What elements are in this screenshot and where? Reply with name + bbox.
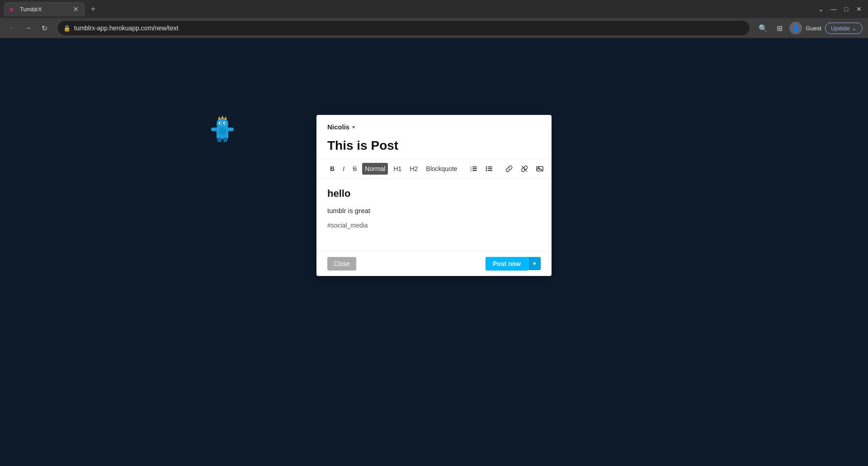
ordered-list-button[interactable]: 1. 2. 3.: [467, 163, 480, 175]
h2-button[interactable]: H2: [407, 163, 420, 175]
unordered-list-button[interactable]: [483, 163, 495, 175]
h1-button[interactable]: H1: [391, 163, 404, 175]
svg-rect-23: [488, 170, 492, 171]
browser-tab[interactable]: α TumblrX ✕: [4, 2, 85, 16]
post-body[interactable]: hello tumblr is great #social_media: [316, 179, 552, 251]
close-button[interactable]: Close: [327, 257, 356, 271]
modal-header: Nicolis ▾: [316, 115, 552, 136]
svg-rect-22: [488, 168, 492, 169]
svg-text:3.: 3.: [470, 169, 472, 172]
address-bar[interactable]: 🔒 tumblrx-app.herokuapp.com/new/text: [58, 21, 750, 35]
modal-footer: Close Post now ▾: [316, 251, 552, 276]
page-content: Nicolis ▾ This is Post B I S Normal H1 H…: [0, 38, 868, 466]
strikethrough-button[interactable]: S: [350, 163, 359, 175]
tab-favicon: α: [9, 5, 16, 13]
svg-marker-7: [218, 116, 221, 119]
window-controls: ⌄ — □ ✕: [816, 4, 864, 14]
browser-toolbar: ← → ↻ 🔒 tumblrx-app.herokuapp.com/new/te…: [0, 18, 868, 38]
svg-point-25: [486, 168, 487, 169]
link-button[interactable]: [503, 163, 515, 175]
grid-view-button[interactable]: ⊞: [773, 22, 786, 34]
browser-titlebar: α TumblrX ✕ + ⌄ — □ ✕: [0, 0, 868, 18]
post-modal: Nicolis ▾ This is Post B I S Normal H1 H…: [316, 115, 552, 276]
reload-button[interactable]: ↻: [38, 22, 51, 34]
lock-icon: 🔒: [63, 25, 71, 32]
media-button[interactable]: [549, 163, 552, 175]
svg-rect-12: [217, 138, 222, 142]
image-button[interactable]: [533, 163, 546, 175]
svg-marker-9: [224, 116, 227, 119]
post-now-group: Post now ▾: [486, 257, 541, 271]
normal-style-button[interactable]: Normal: [362, 163, 388, 175]
post-body-tag: #social_media: [327, 222, 541, 229]
svg-point-6: [225, 123, 226, 124]
svg-rect-17: [472, 170, 477, 171]
svg-marker-8: [221, 115, 224, 119]
post-body-heading: hello: [327, 188, 541, 200]
search-button[interactable]: 🔍: [757, 22, 769, 34]
tab-list-button[interactable]: ⌄: [816, 4, 826, 14]
svg-text:α: α: [9, 6, 13, 13]
svg-rect-21: [488, 166, 492, 167]
forward-button[interactable]: →: [22, 22, 34, 34]
profile-icon: 👤: [792, 24, 800, 32]
svg-point-5: [220, 123, 222, 124]
post-body-text: tumblr is great: [327, 207, 541, 214]
tab-close-button[interactable]: ✕: [71, 5, 80, 13]
profile-button[interactable]: 👤: [789, 22, 802, 34]
post-now-button[interactable]: Post now: [486, 257, 528, 271]
post-now-dropdown-button[interactable]: ▾: [528, 257, 541, 270]
italic-button[interactable]: I: [340, 163, 347, 175]
bold-button[interactable]: B: [327, 163, 337, 175]
svg-rect-11: [228, 128, 234, 131]
back-button[interactable]: ←: [5, 22, 18, 34]
svg-rect-10: [211, 128, 217, 131]
toolbar-right: 🔍 ⊞ 👤 Guest Update ⌄: [757, 22, 863, 34]
address-text: tumblrx-app.herokuapp.com/new/text: [74, 24, 178, 32]
new-tab-button[interactable]: +: [87, 3, 99, 15]
tab-title: TumblrX: [20, 6, 68, 13]
svg-rect-16: [472, 168, 477, 169]
svg-rect-15: [472, 166, 477, 167]
update-button[interactable]: Update ⌄: [825, 23, 863, 34]
unlink-button[interactable]: [518, 163, 531, 175]
formatting-toolbar: B I S Normal H1 H2 Blockquote 1. 2. 3.: [316, 159, 552, 179]
svg-rect-13: [223, 138, 227, 142]
close-window-button[interactable]: ✕: [854, 4, 864, 14]
minimize-button[interactable]: —: [828, 4, 839, 14]
svg-point-26: [486, 170, 487, 171]
browser-frame: α TumblrX ✕ + ⌄ — □ ✕ ← → ↻ 🔒 tumblrx-ap…: [0, 0, 868, 466]
blog-dropdown-arrow[interactable]: ▾: [352, 124, 355, 130]
post-title[interactable]: This is Post: [316, 136, 552, 159]
svg-point-24: [486, 166, 487, 167]
guest-label: Guest: [806, 25, 821, 32]
blockquote-button[interactable]: Blockquote: [423, 163, 460, 175]
svg-point-14: [219, 127, 226, 135]
maximize-button[interactable]: □: [841, 4, 852, 14]
blog-name: Nicolis: [327, 123, 349, 131]
avatar-character: [211, 115, 234, 142]
